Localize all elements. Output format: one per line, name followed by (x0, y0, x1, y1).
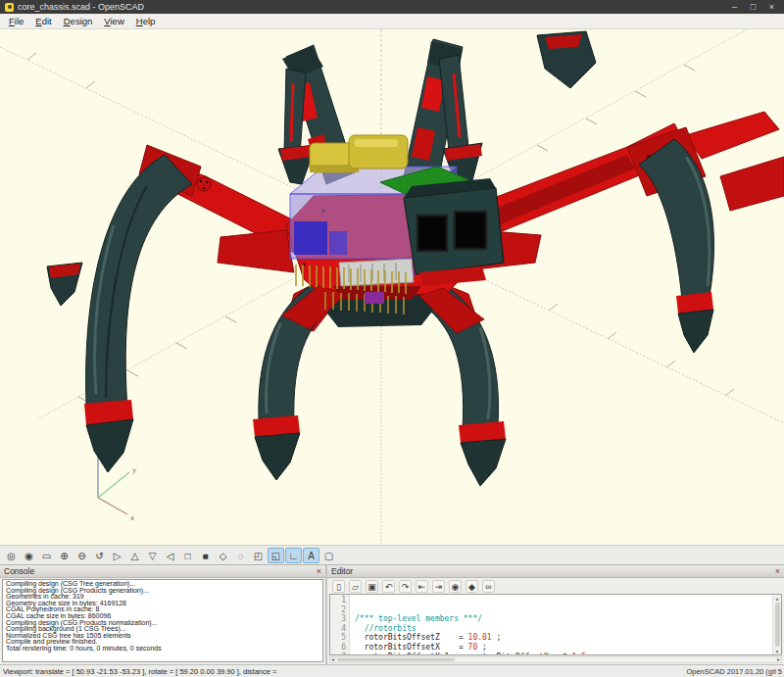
code-line: //rotorbits (355, 624, 772, 634)
scroll-down-icon[interactable]: ▾ (775, 648, 778, 654)
view-bottom-icon[interactable]: ▽ (144, 548, 161, 563)
editor-horizontal-scrollbar[interactable]: ◂ ▸ (329, 656, 782, 663)
save-icon[interactable]: ▣ (366, 580, 378, 593)
show-scale-markers-icon[interactable]: A (303, 548, 319, 563)
menu-file[interactable]: File (3, 15, 29, 27)
menu-design[interactable]: Design (58, 15, 99, 27)
close-button[interactable]: × (764, 0, 779, 14)
code-line: rotorBitsOffsetZ = 10.01 ; (355, 633, 772, 643)
editor-header: Editor × (327, 565, 784, 578)
line-number: 2 (330, 605, 346, 615)
open-icon[interactable]: ▱ (349, 580, 362, 593)
hexapod-3d-render: z y x (0, 29, 784, 545)
viewport-status-text: Viewport: translate = [ 50.93 -21.53 -53… (3, 667, 276, 676)
vscroll-thumb[interactable] (775, 603, 780, 647)
redo-icon[interactable]: ↷ (399, 580, 412, 593)
view-center-icon[interactable]: ◌ (232, 548, 249, 563)
render-icon[interactable]: ◆ (466, 580, 478, 593)
code-line (355, 605, 772, 615)
code-line: rotorBitsOffsetX_1 = rotorBitsOffsetX * … (355, 653, 772, 654)
orthogonal-icon[interactable]: ◱ (268, 548, 284, 563)
editor-panel: Editor × ▯▱▣↶↷⇤⇥◉◆∞ 123456789 /*** top-l… (327, 565, 784, 664)
minimize-button[interactable]: – (727, 0, 742, 14)
menu-help[interactable]: Help (130, 15, 162, 27)
hexapod-model (47, 31, 784, 486)
status-bar: Viewport: translate = [ 50.93 -21.53 -53… (0, 664, 784, 677)
editor-close-icon[interactable]: × (775, 566, 780, 576)
openscad-window: core_chassis.scad - OpenSCAD – □ × File … (0, 0, 784, 677)
bottom-panels: Console × Compiling design (CSG Tree gen… (0, 564, 784, 664)
scroll-up-icon[interactable]: ▴ (775, 595, 778, 602)
preview-icon[interactable]: ◉ (449, 580, 462, 593)
code-line: /*** top-level members ***/ (355, 614, 772, 624)
render-icon[interactable]: ◉ (21, 548, 37, 563)
title-bar: core_chassis.scad - OpenSCAD – □ × (0, 0, 784, 14)
view-left-icon[interactable]: ◁ (162, 548, 178, 563)
preview-icon[interactable]: ◎ (3, 548, 20, 563)
view-right-icon[interactable]: ▷ (109, 548, 125, 563)
code-editor[interactable]: 123456789 /*** top-level members ***/ //… (329, 594, 782, 655)
line-number: 3 (330, 614, 346, 624)
editor-title: Editor (331, 566, 353, 576)
version-text: OpenSCAD 2017.01.20 (git 5 (686, 667, 782, 676)
maximize-button[interactable]: □ (746, 0, 760, 14)
code-area[interactable]: /*** top-level members ***/ //rotorbits … (350, 595, 772, 654)
viewport-toolbar: ◎◉▭⊕⊖↺▷△▽◁□■◇◌◰◱∟A▢ (0, 545, 784, 564)
view-front-icon[interactable]: □ (179, 548, 196, 563)
scroll-left-icon[interactable]: ◂ (330, 657, 335, 662)
zoom-in-icon[interactable]: ⊕ (56, 548, 73, 563)
indent-icon[interactable]: ⇥ (432, 580, 445, 593)
line-number: 6 (330, 643, 346, 653)
line-number: 1 (330, 596, 346, 605)
window-title: core_chassis.scad - OpenSCAD (18, 2, 723, 12)
axis-y-label: y (132, 466, 136, 474)
perspective-icon[interactable]: ◰ (250, 548, 267, 563)
code-line: rotorBitsOffsetX = 70 ; (355, 643, 772, 653)
menu-view[interactable]: View (98, 15, 129, 27)
console-title: Console (4, 566, 34, 576)
view-back-icon[interactable]: ■ (197, 548, 214, 563)
code-line (355, 596, 772, 605)
console-header: Console × (0, 565, 325, 578)
menu-edit[interactable]: Edit (29, 15, 57, 27)
console-output[interactable]: Compiling design (CSG Tree generation)..… (2, 579, 323, 662)
show-edges-icon[interactable]: ▢ (320, 548, 337, 563)
console-line: Total rendering time: 0 hours, 0 minutes… (6, 646, 319, 653)
highlight-errors-icon[interactable]: ∞ (482, 580, 495, 593)
editor-toolbar: ▯▱▣↶↷⇤⇥◉◆∞ (327, 578, 784, 594)
hscroll-thumb[interactable] (337, 658, 455, 661)
zoom-out-icon[interactable]: ⊖ (74, 548, 90, 563)
leg-rear-right (404, 39, 482, 188)
line-number-gutter: 123456789 (330, 595, 350, 654)
claw-top-right (537, 31, 596, 88)
view-all-icon[interactable]: ▭ (38, 548, 55, 563)
line-number: 5 (330, 633, 346, 643)
new-file-icon[interactable]: ▯ (332, 580, 345, 593)
3d-viewport[interactable]: z y x (0, 29, 784, 545)
line-number: 4 (330, 624, 346, 634)
reset-view-icon[interactable]: ↺ (91, 548, 108, 563)
console-close-icon[interactable]: × (317, 566, 321, 576)
line-number: 7 (330, 653, 346, 655)
scroll-right-icon[interactable]: ▸ (776, 657, 781, 662)
openscad-logo-icon (5, 3, 14, 12)
console-panel: Console × Compiling design (CSG Tree gen… (0, 565, 327, 664)
view-diagonal-icon[interactable]: ◇ (215, 548, 231, 563)
editor-vertical-scrollbar[interactable]: ▴ ▾ (772, 595, 781, 654)
undo-icon[interactable]: ↶ (382, 580, 395, 593)
unindent-icon[interactable]: ⇤ (416, 580, 428, 593)
show-axes-icon[interactable]: ∟ (285, 548, 302, 563)
view-top-icon[interactable]: △ (126, 548, 143, 563)
menu-bar: File Edit Design View Help (0, 14, 784, 29)
axis-x-label: x (130, 514, 134, 522)
